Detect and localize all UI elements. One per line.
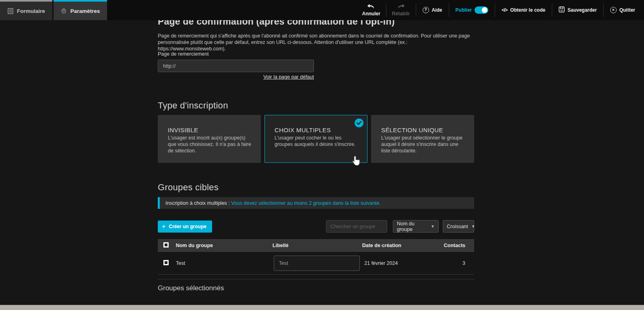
toggle-knob: [482, 7, 487, 13]
select-all-cell: [158, 242, 176, 249]
select-all-checkbox[interactable]: [163, 242, 169, 248]
table-row: Test 21 février 2024 3: [158, 252, 474, 275]
bottom-scrollbar[interactable]: [0, 305, 644, 310]
save-button[interactable]: Sauvegarder: [554, 0, 602, 20]
save-icon: [559, 6, 565, 14]
quit-label: Quitter: [619, 7, 635, 13]
default-page-link[interactable]: Voir la page par défaut: [263, 74, 314, 80]
redo-label: Rétablir: [392, 11, 410, 17]
row-creation-date: 21 février 2024: [364, 260, 447, 266]
header-date: Date de création: [362, 243, 444, 248]
toolbar: Annuler Rétablir ? Aide Publier </> Obte…: [358, 0, 644, 20]
card-description: L'usager peut sélectionner le groupe auq…: [381, 135, 465, 154]
toolbar-separator: [495, 3, 495, 17]
form-icon: [7, 8, 14, 14]
create-group-button[interactable]: + Créer un groupe: [158, 221, 212, 233]
card-description: L'usager est inscrit au(x) groupe(s) que…: [168, 135, 252, 154]
toolbar-separator: [416, 3, 416, 17]
quit-button[interactable]: × Quitter: [605, 0, 640, 20]
topbar: Formulaire Paramètres Annuler Rétablir ?…: [0, 0, 644, 20]
help-label: Aide: [432, 7, 442, 13]
groupes-cibles-title: Groupes cibles: [158, 182, 219, 193]
chevron-down-icon: ▼: [431, 224, 435, 229]
card-invisible[interactable]: INVISIBLE L'usager est inscrit au(x) gro…: [158, 115, 261, 163]
selected-groups-section: Groupes sélectionnés: [158, 279, 474, 292]
publish-control[interactable]: Publier: [451, 0, 493, 20]
thankyou-url-input[interactable]: [158, 60, 314, 72]
help-icon: ?: [423, 7, 429, 13]
undo-button[interactable]: Annuler: [358, 0, 384, 20]
type-inscription-title: Type d'inscription: [158, 100, 228, 111]
row-checkbox[interactable]: [163, 260, 169, 265]
undo-label: Annuler: [362, 11, 380, 17]
search-group-input[interactable]: [326, 220, 387, 233]
default-page-link-wrap: Voir la page par défaut: [158, 74, 314, 80]
create-group-label: Créer un groupe: [169, 224, 206, 229]
gear-icon: [61, 8, 67, 14]
group-actions-row: + Créer un groupe Nom du groupe ▼ Croiss…: [158, 220, 474, 233]
sort-field-value: Nom du groupe: [397, 221, 427, 232]
groups-table-header: Nom du groupe Libellé Date de création C…: [158, 239, 474, 252]
undo-icon: [367, 4, 375, 10]
plus-icon: +: [162, 223, 165, 230]
publish-label: Publier: [456, 7, 472, 13]
redo-button[interactable]: Rétablir: [388, 0, 414, 20]
card-choix-multiples[interactable]: CHOIX MULTIPLES L'usager peut cocher le …: [264, 115, 367, 163]
selected-check-icon: [355, 119, 363, 127]
get-code-label: Obtenir le code: [510, 7, 545, 13]
card-description: L'usager peut cocher le ou les groupes a…: [275, 135, 358, 148]
card-title: CHOIX MULTIPLES: [275, 127, 358, 133]
save-label: Sauvegarder: [568, 7, 597, 13]
tab-parametres-label: Paramètres: [70, 8, 100, 14]
row-group-name: Test: [176, 260, 274, 266]
tab-parametres[interactable]: Paramètres: [54, 0, 107, 20]
sort-field-select[interactable]: Nom du groupe ▼: [393, 220, 439, 233]
toolbar-separator: [386, 3, 386, 17]
row-checkbox-cell: [158, 260, 176, 266]
header-contacts: Contacts: [444, 243, 474, 248]
toolbar-separator: [552, 3, 552, 17]
sort-order-value: Croissant: [447, 224, 468, 229]
toolbar-separator: [449, 3, 449, 17]
card-title: INVISIBLE: [168, 127, 252, 133]
confirmation-description: Page de remerciement qui s'affiche après…: [158, 33, 474, 52]
tab-formulaire-label: Formulaire: [17, 8, 45, 14]
publish-toggle[interactable]: [475, 6, 488, 14]
multi-choice-notice: Inscription à choix multiples : Vous dev…: [158, 197, 474, 209]
chevron-down-icon: ▼: [471, 224, 475, 229]
quit-icon: ×: [610, 7, 617, 13]
toolbar-separator: [603, 3, 604, 17]
notice-highlight: Vous devez sélectionner au moins 2 group…: [231, 200, 381, 206]
thankyou-page-label: Page de remerciement: [158, 51, 208, 57]
inscription-type-cards: INVISIBLE L'usager est inscrit au(x) gro…: [158, 115, 474, 163]
sort-order-select[interactable]: Croissant ▼: [443, 220, 474, 233]
tab-formulaire[interactable]: Formulaire: [0, 0, 52, 20]
row-libelle-cell: [274, 256, 364, 271]
card-selection-unique[interactable]: SÉLECTION UNIQUE L'usager peut sélection…: [371, 115, 474, 163]
selected-groups-title: Groupes sélectionnés: [158, 284, 474, 292]
notice-prefix: Inscription à choix multiples :: [165, 200, 231, 206]
header-nom: Nom du groupe: [176, 243, 272, 248]
get-code-button[interactable]: </> Obtenir le code: [497, 0, 550, 20]
help-button[interactable]: ? Aide: [418, 0, 447, 20]
redo-icon: [397, 4, 405, 10]
card-title: SÉLECTION UNIQUE: [381, 127, 465, 133]
row-contacts-count: 3: [447, 260, 474, 266]
code-icon: </>: [502, 7, 507, 13]
header-libelle: Libellé: [272, 243, 362, 248]
libelle-input[interactable]: [274, 256, 360, 271]
